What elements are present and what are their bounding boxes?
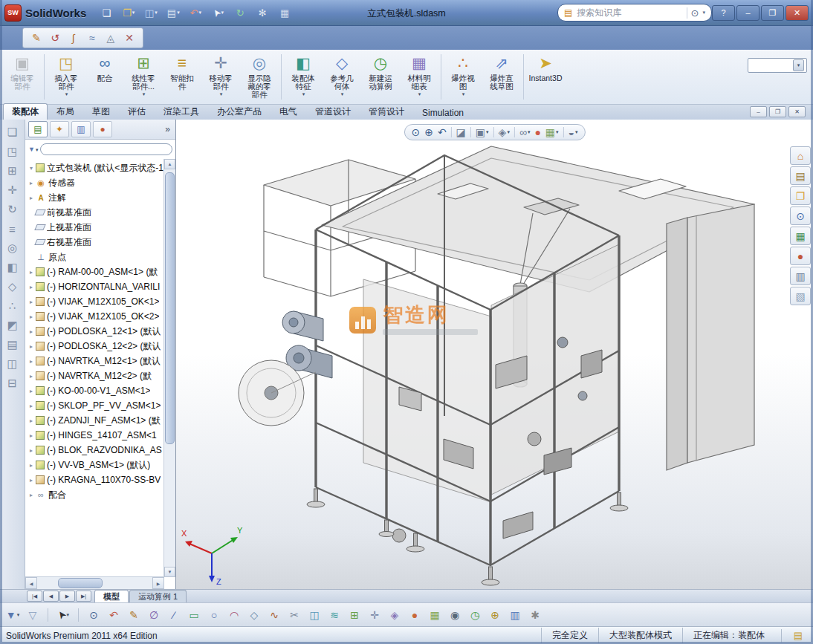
tree-item[interactable]: ▸◉传感器: [25, 175, 164, 190]
exploded-view-icon[interactable]: ∴: [4, 298, 22, 314]
sketch-icon[interactable]: ✎: [126, 607, 142, 623]
tree-item[interactable]: ⊥原点: [25, 250, 164, 264]
display-style-icon[interactable]: ◈▾: [499, 126, 510, 138]
expand-arrow-icon[interactable]: ▸: [27, 313, 35, 320]
select-arrow-icon[interactable]: ➤▾: [208, 4, 227, 21]
line-icon[interactable]: ∕: [166, 607, 182, 623]
maximize-button[interactable]: ❐: [761, 5, 784, 21]
doc-nav-prev-button[interactable]: ◀: [43, 591, 59, 602]
spline-tool-icon[interactable]: ∫: [65, 30, 82, 46]
tab-sketch[interactable]: 草图: [83, 103, 119, 120]
scrollbar-track[interactable]: [164, 169, 175, 567]
spline-icon[interactable]: ∿: [266, 607, 282, 623]
interference-detection-icon[interactable]: ◩: [4, 317, 22, 334]
custom-properties-icon[interactable]: ▥: [790, 267, 811, 285]
section-view-icon[interactable]: ◪: [456, 126, 466, 138]
tab-office-products[interactable]: 办公室产品: [208, 103, 271, 120]
expand-arrow-icon[interactable]: ▸: [27, 195, 35, 201]
graphics-viewport[interactable]: ⊙⊕↶◪▣▾◈▾∞▾●▦▾◒▾ ⌂▤❐⊙▦●▥▧ 智造网 X Y Z: [176, 120, 813, 589]
plane-tool-icon[interactable]: ◬: [103, 30, 119, 46]
scrollbar-thumb[interactable]: [165, 172, 175, 444]
undo-icon[interactable]: ↶▾: [186, 4, 205, 21]
smart-fasteners-icon[interactable]: ≡: [4, 221, 22, 237]
expand-arrow-icon[interactable]: ▸: [27, 343, 35, 350]
expand-arrow-icon[interactable]: ▸: [27, 462, 35, 469]
delete-tool-icon[interactable]: ✕: [121, 30, 137, 46]
tab-model[interactable]: 模型: [94, 590, 129, 602]
tab-motion-study-1[interactable]: 运动算例 1: [129, 590, 187, 602]
filter-edit-icon[interactable]: ▽: [25, 607, 41, 623]
tab-layout[interactable]: 布局: [48, 103, 83, 120]
tree-item[interactable]: ▸(-) ZADNJI_NF_ASM<1> (默: [25, 413, 164, 428]
tree-item[interactable]: ▸(-) HINGES_14107_ASM<1: [25, 428, 164, 443]
insert-components-icon[interactable]: ❏: [4, 124, 22, 140]
tree-item[interactable]: ▸(-) KO-00-00-V1_ASM<1>: [25, 383, 164, 398]
select-arrow-icon[interactable]: ➤▾: [55, 607, 71, 623]
camera-icon[interactable]: ◉: [447, 607, 463, 623]
tab-simulation[interactable]: Simulation: [413, 105, 473, 120]
options-icon[interactable]: ✻: [253, 4, 272, 21]
expand-arrow-icon[interactable]: ▸: [27, 417, 35, 424]
knowledge-search-box[interactable]: ▤ ⊙ ▾: [557, 4, 712, 22]
document-minimize-button[interactable]: –: [750, 106, 767, 117]
appearances-icon[interactable]: ●: [790, 247, 811, 265]
tree-item[interactable]: 右视基准面: [25, 235, 164, 250]
bill-of-materials-button[interactable]: ▦材料明细表▾: [400, 51, 438, 103]
trim-icon[interactable]: ✂: [286, 607, 302, 623]
tree-item[interactable]: ▸A注解: [25, 190, 164, 205]
tree-item[interactable]: ▸∞配合: [25, 487, 164, 502]
expand-arrow-icon[interactable]: ▸: [27, 492, 35, 498]
expand-arrow-icon[interactable]: ▸: [27, 284, 35, 290]
tree-item[interactable]: ▸(-) NAVRTKA_M12<2> (默: [25, 368, 164, 383]
smart-fasteners-button[interactable]: ≡智能扣件: [163, 51, 201, 103]
previous-view-icon[interactable]: ↶: [438, 126, 447, 138]
assembly-features-button[interactable]: ◧装配体特征▾: [284, 51, 323, 103]
expand-arrow-icon[interactable]: ▸: [27, 358, 35, 365]
view-settings-icon[interactable]: ◒▾: [569, 126, 578, 138]
tree-item[interactable]: ▸(-) KRAGNA_110X70-SS-BV: [25, 472, 164, 487]
results-chart-icon[interactable]: ▥: [507, 607, 523, 623]
doc-nav-first-button[interactable]: |◀: [27, 591, 42, 602]
arc-icon[interactable]: ◠: [226, 607, 242, 623]
tab-assembly[interactable]: 装配体: [3, 103, 48, 120]
configurationmanager-tab[interactable]: ▥: [71, 121, 91, 137]
filter-funnel-icon[interactable]: ▼▾: [4, 607, 21, 623]
tree-item[interactable]: ▸(-) VIJAK_M12X105_OK<2>: [25, 309, 164, 324]
exploded-view-button[interactable]: ∴爆炸视图▾: [444, 51, 482, 103]
edit-appearance-icon[interactable]: ●: [534, 126, 540, 138]
scroll-down-button[interactable]: ▼: [164, 567, 175, 577]
dimension-icon[interactable]: ∅: [146, 607, 162, 623]
tree-root-item[interactable]: ▾立式包装机 (默认<显示状态-1>: [25, 160, 164, 175]
scroll-up-button[interactable]: ▲: [164, 159, 175, 169]
tree-vertical-scrollbar[interactable]: ▲ ▼: [163, 159, 175, 577]
tree-item[interactable]: ▸(-) BLOK_RAZVODNIKA_AS: [25, 443, 164, 458]
tree-item[interactable]: ▸(-) NAVRTKA_M12<1> (默认: [25, 354, 164, 368]
doc-nav-last-button[interactable]: ▶|: [76, 591, 91, 602]
displaymanager-tab[interactable]: ●: [93, 121, 112, 137]
rotate-component-icon[interactable]: ↻: [4, 201, 22, 218]
expand-arrow-icon[interactable]: ▸: [27, 477, 35, 484]
component-pattern-icon[interactable]: ⊞: [4, 163, 22, 179]
rebuild-icon[interactable]: ↻: [230, 4, 250, 21]
section-properties-icon[interactable]: ⊟: [4, 375, 22, 391]
tree-item[interactable]: ▸(-) SKLOP_PF_VV_ASM<1>: [25, 398, 164, 413]
zoom-fit-icon[interactable]: ⊙: [411, 126, 420, 138]
expand-arrow-icon[interactable]: ▸: [27, 447, 35, 454]
caret-down-icon[interactable]: ▾: [793, 59, 804, 71]
instant3d-button[interactable]: ➤Instant3D: [526, 51, 565, 103]
move-component-icon[interactable]: ✛: [4, 182, 22, 198]
polygon-icon[interactable]: ◇: [246, 607, 262, 623]
expand-arrow-icon[interactable]: ▸: [27, 432, 35, 439]
assembly-features-icon[interactable]: ◧: [4, 259, 22, 276]
tree-item[interactable]: ▸(-) VIJAK_M12X105_OK<1>: [25, 294, 164, 309]
motion-study-icon[interactable]: ◷: [467, 607, 483, 623]
expand-arrow-icon[interactable]: ▸: [27, 299, 35, 305]
help-button[interactable]: ?: [712, 5, 735, 21]
scrollbar-track[interactable]: [37, 577, 152, 589]
apply-scene-icon[interactable]: ▦▾: [545, 126, 559, 138]
tab-render-tools[interactable]: 渲染工具: [155, 103, 208, 120]
rectangle-icon[interactable]: ▭: [186, 607, 202, 623]
appearance-icon[interactable]: ●: [406, 607, 423, 623]
mate-icon[interactable]: ◳: [4, 143, 22, 160]
open-icon[interactable]: ❐▾: [119, 4, 138, 21]
